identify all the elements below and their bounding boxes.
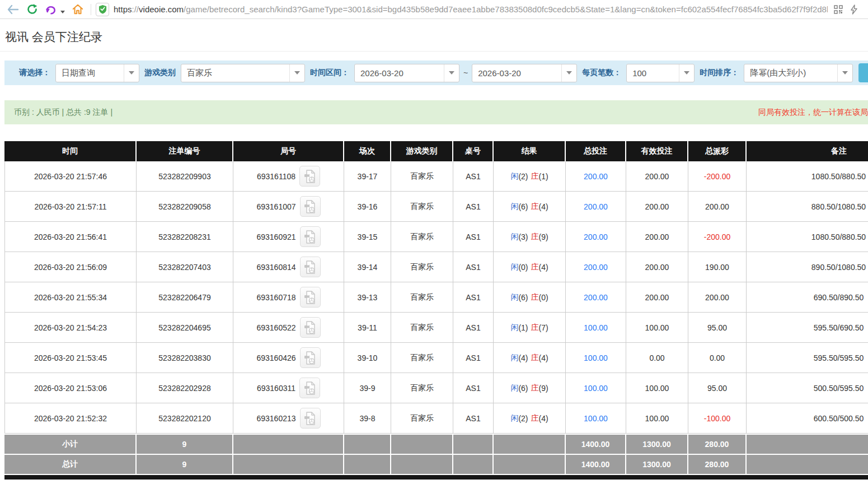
cell-total-bet[interactable]: 100.00 xyxy=(566,313,626,343)
cell-session: 39-8 xyxy=(344,403,391,434)
url-text: https://videoie.com/game/betrecord_searc… xyxy=(114,4,828,14)
date-to-select[interactable]: 2026-03-20 xyxy=(472,64,577,82)
cell-time: 2026-03-20 21:57:11 xyxy=(4,192,137,222)
player-label: 闲 xyxy=(510,413,518,423)
table-row: 2026-03-20 21:54:23 523282204695 6931605… xyxy=(4,313,868,343)
cell-session: 39-9 xyxy=(344,373,391,403)
cell-total-bet[interactable]: 100.00 xyxy=(566,373,626,403)
video-replay-button[interactable] xyxy=(299,378,320,398)
lightning-icon[interactable] xyxy=(847,2,861,17)
cell-round-no: 693160311 xyxy=(233,373,344,403)
cell-valid-bet: 200.00 xyxy=(626,222,688,252)
banker-label: 庄 xyxy=(531,262,539,272)
search-button[interactable]: 查询 xyxy=(858,63,868,82)
cell-time: 2026-03-20 21:53:06 xyxy=(4,373,137,403)
game-type-label: 游戏类别 xyxy=(144,68,176,78)
date-from-select[interactable]: 2026-03-20 xyxy=(354,64,459,82)
cell-total-bet[interactable]: 100.00 xyxy=(566,343,626,373)
table-row: 2026-03-20 21:55:34 523282206479 6931607… xyxy=(4,282,868,313)
cell-game-type: 百家乐 xyxy=(391,313,453,343)
cell-game-type: 百家乐 xyxy=(391,403,453,434)
back-icon[interactable] xyxy=(6,2,20,17)
chevron-down-icon xyxy=(561,64,576,82)
cell-note: 600.50/500.50 xyxy=(747,403,868,434)
banker-label: 庄 xyxy=(531,353,539,363)
cell-time: 2026-03-20 21:54:23 xyxy=(4,313,137,343)
address-bar[interactable]: https://videoie.com/game/betrecord_searc… xyxy=(96,2,862,17)
cell-time: 2026-03-20 21:53:45 xyxy=(4,343,137,373)
undo-dropdown-icon[interactable] xyxy=(60,11,65,13)
video-replay-button[interactable] xyxy=(299,166,320,187)
cell-table-no: AS1 xyxy=(453,313,494,343)
cell-time: 2026-03-20 21:57:46 xyxy=(4,161,137,192)
cell-total-bet[interactable]: 200.00 xyxy=(566,192,626,222)
cell-game-type: 百家乐 xyxy=(391,282,453,313)
cell-session: 39-17 xyxy=(344,161,391,192)
table-row: 2026-03-20 21:57:46 523282209903 6931611… xyxy=(4,161,868,192)
cell-session: 39-11 xyxy=(344,313,391,343)
cell-session: 39-13 xyxy=(344,282,391,313)
header-valid-bet: 有效投注 xyxy=(626,141,688,161)
cell-note: 1080.50/880.50 xyxy=(747,161,868,192)
cell-total-bet[interactable]: 200.00 xyxy=(566,161,626,192)
player-label: 闲 xyxy=(510,171,518,181)
undo-icon[interactable] xyxy=(44,2,58,17)
video-replay-button[interactable] xyxy=(300,317,321,338)
subtotal-row: 小计 9 1400.00 1300.00 280.00 xyxy=(4,435,868,454)
cell-valid-bet: 200.00 xyxy=(626,161,688,192)
player-label: 闲 xyxy=(510,262,518,272)
cell-note: 880.50/1080.50 xyxy=(747,192,868,222)
cell-time: 2026-03-20 21:56:41 xyxy=(4,222,137,252)
cell-round-no: 693161108 xyxy=(233,161,344,192)
cell-total-bet[interactable]: 200.00 xyxy=(566,222,626,252)
subtotal-count: 9 xyxy=(137,435,233,454)
cell-result: 闲(4)庄(4) xyxy=(494,343,566,373)
cell-time: 2026-03-20 21:55:34 xyxy=(4,282,137,313)
video-replay-button[interactable] xyxy=(300,408,321,429)
cell-result: 闲(6)庄(9) xyxy=(494,373,566,403)
cell-result: 闲(1)庄(7) xyxy=(494,313,566,343)
qr-code-icon[interactable] xyxy=(831,2,846,17)
page-title: 视讯 会员下注纪录 xyxy=(0,19,868,52)
cell-payout: 190.00 xyxy=(688,252,747,282)
page-size-select[interactable]: 100 xyxy=(626,64,695,82)
header-total-bet: 总投注 xyxy=(566,141,626,161)
cell-payout: -200.00 xyxy=(688,161,747,192)
home-icon[interactable] xyxy=(71,2,85,17)
game-type-select[interactable]: 百家乐 xyxy=(181,64,305,82)
total-total-bet: 1400.00 xyxy=(566,455,626,474)
subtotal-label: 小计 xyxy=(4,435,137,454)
video-replay-button[interactable] xyxy=(300,196,321,217)
header-time: 时间 xyxy=(4,141,137,161)
query-mode-select[interactable]: 日期查询 xyxy=(55,64,139,82)
table-row: 2026-03-20 21:57:11 523282209058 6931610… xyxy=(4,192,868,222)
player-label: 闲 xyxy=(510,202,518,212)
sort-order-label: 时间排序： xyxy=(700,68,739,78)
cell-valid-bet: 100.00 xyxy=(626,403,688,434)
cell-note: 595.50/690.50 xyxy=(747,313,868,343)
table-row: 2026-03-20 21:53:45 523282203830 6931604… xyxy=(4,343,868,373)
cell-total-bet[interactable]: 200.00 xyxy=(566,252,626,282)
cell-valid-bet: 100.00 xyxy=(626,373,688,403)
video-replay-button[interactable] xyxy=(300,287,321,308)
sort-order-select[interactable]: 降幂(由大到小) xyxy=(744,64,853,82)
cell-table-no: AS1 xyxy=(453,403,494,434)
player-label: 闲 xyxy=(510,232,518,242)
table-row: 2026-03-20 21:56:09 523282207403 6931608… xyxy=(4,252,868,282)
filter-bar: 请选择： 日期查询 游戏类别 百家乐 时间区间： 2026-03-20 ~ 20… xyxy=(4,60,868,85)
banker-label: 庄 xyxy=(531,323,539,333)
total-row: 总计 9 1400.00 1300.00 280.00 xyxy=(4,455,868,474)
cell-bet-no: 523282203830 xyxy=(137,343,233,373)
cell-total-bet[interactable]: 200.00 xyxy=(566,282,626,313)
refresh-icon[interactable] xyxy=(25,2,39,17)
cell-round-no: 693160921 xyxy=(233,222,344,252)
cell-total-bet[interactable]: 100.00 xyxy=(566,403,626,434)
video-replay-button[interactable] xyxy=(300,347,321,368)
cell-payout: 200.00 xyxy=(688,282,747,313)
total-count: 9 xyxy=(137,455,233,474)
video-replay-button[interactable] xyxy=(300,257,321,277)
table-row: 2026-03-20 21:52:32 523282202120 6931602… xyxy=(4,403,868,434)
video-replay-button[interactable] xyxy=(300,226,321,247)
banker-label: 庄 xyxy=(531,413,539,423)
cell-table-no: AS1 xyxy=(453,373,494,403)
